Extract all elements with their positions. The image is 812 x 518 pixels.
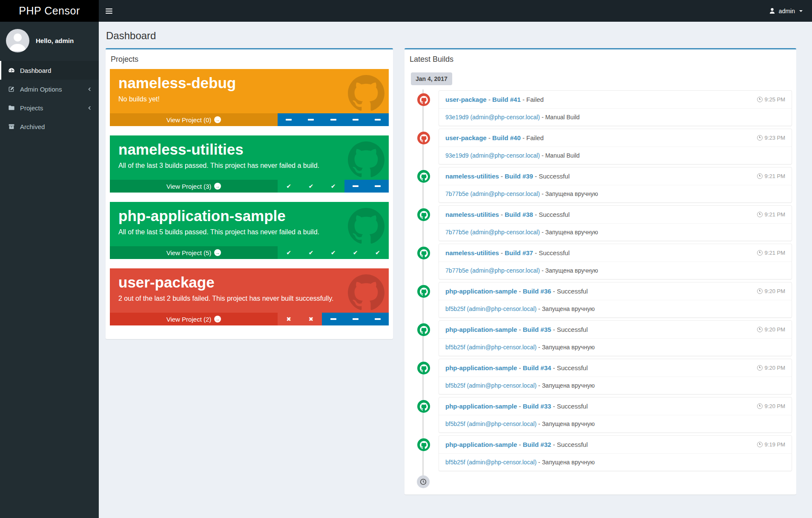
build-history-item-none[interactable] [367, 313, 389, 325]
build-time-text: 9:20 PM [765, 365, 785, 371]
sidebar-item-dashboard[interactable]: Dashboard [0, 61, 99, 80]
build-status-text: - Successful [533, 211, 570, 218]
build-link[interactable]: Build #35 [523, 326, 551, 333]
commit-link[interactable]: bf5b25f (admin@php-censor.local) [445, 420, 537, 427]
project-title[interactable]: php-application-sample [118, 207, 380, 224]
project-link[interactable]: nameless-utilities [445, 249, 499, 256]
app-logo[interactable]: PHP Censor [0, 0, 99, 22]
build-history-item-none[interactable] [322, 313, 344, 325]
latest-builds-panel: Latest Builds Jan 4, 2017 user-package -… [405, 48, 796, 495]
build-link[interactable]: Build #41 [492, 96, 521, 103]
build-status-icon [417, 400, 430, 413]
project-link[interactable]: php-application-sample [445, 288, 517, 295]
build-history-item-ok[interactable]: ✔ [344, 246, 367, 259]
build-note: - Запущена вручную [540, 229, 598, 236]
dash-icon [330, 119, 336, 121]
clock-icon [757, 288, 763, 294]
build-entry-body: 93e19d9 (admin@php-censor.local) - Manua… [439, 147, 792, 164]
sidebar-item-admin-options[interactable]: Admin Options [0, 80, 99, 98]
build-history-item-none[interactable] [322, 113, 344, 126]
check-icon: ✔ [353, 250, 358, 256]
build-entry-body: bf5b25f (admin@php-censor.local) - Запущ… [439, 339, 792, 356]
build-link[interactable]: Build #32 [523, 441, 551, 448]
build-entry-title: php-application-sample - Build #36 - Suc… [445, 288, 588, 295]
project-title[interactable]: nameless-utilities [118, 141, 380, 158]
clock-icon [757, 442, 763, 447]
commit-link[interactable]: bf5b25f (admin@php-censor.local) [445, 344, 537, 351]
separator: - [499, 249, 505, 256]
build-history-item-ok[interactable]: ✔ [278, 180, 300, 193]
folder-icon [8, 104, 15, 111]
project-title[interactable]: user-package [118, 274, 380, 291]
commit-link[interactable]: 93e19d9 (admin@php-censor.local) [445, 152, 540, 159]
build-history-item-none[interactable] [300, 113, 322, 126]
build-history-item-ok[interactable]: ✔ [322, 180, 344, 193]
view-project-button[interactable]: View Project (3) → [110, 180, 278, 193]
build-time: 9:20 PM [757, 326, 785, 333]
build-link[interactable]: Build #38 [505, 211, 533, 218]
build-history-item-none[interactable] [344, 313, 367, 325]
sidebar-toggle-button[interactable] [99, 0, 119, 22]
project-card: nameless-debug No builds yet! View Proje… [110, 69, 389, 126]
view-project-label: View Project (2) [166, 316, 212, 323]
build-history-item-none[interactable] [367, 180, 389, 193]
commit-link[interactable]: bf5b25f (admin@php-censor.local) [445, 305, 537, 312]
build-link[interactable]: Build #36 [523, 288, 551, 295]
build-status-text: - Successful [551, 364, 588, 371]
build-link[interactable]: Build #33 [523, 403, 551, 410]
build-link[interactable]: Build #37 [505, 249, 533, 256]
sidebar-item-projects[interactable]: Projects [0, 98, 99, 117]
commit-link[interactable]: 93e19d9 (admin@php-censor.local) [445, 114, 540, 121]
build-history-item-none[interactable] [344, 180, 367, 193]
build-entry: user-package - Build #41 - Failed 9:25 P… [439, 90, 792, 126]
build-history-item-ok[interactable]: ✔ [367, 246, 389, 259]
view-project-button[interactable]: View Project (2) → [110, 313, 278, 325]
build-link[interactable]: Build #40 [492, 134, 521, 141]
commit-link[interactable]: bf5b25f (admin@php-censor.local) [445, 459, 537, 466]
project-link[interactable]: php-application-sample [445, 403, 517, 410]
build-time-text: 9:20 PM [765, 288, 785, 294]
build-history-item-fail[interactable]: ✖ [300, 313, 322, 325]
build-history-item-ok[interactable]: ✔ [300, 246, 322, 259]
build-note: - Запущена вручную [537, 305, 594, 312]
build-history: ✔✔✔✔✔ [278, 246, 389, 259]
project-link[interactable]: user-package [445, 96, 487, 103]
sidebar-user-panel: Hello, admin [0, 22, 99, 61]
project-link[interactable]: php-application-sample [445, 441, 517, 448]
build-history-item-none[interactable] [344, 113, 367, 126]
build-history-item-ok[interactable]: ✔ [322, 246, 344, 259]
project-link[interactable]: user-package [445, 134, 487, 141]
build-history-item-fail[interactable]: ✖ [278, 313, 300, 325]
project-link[interactable]: nameless-utilities [445, 211, 499, 218]
build-status-text: - Successful [551, 403, 588, 410]
commit-link[interactable]: 7b77b5e (admin@php-censor.local) [445, 267, 540, 274]
build-history-item-none[interactable] [367, 113, 389, 126]
build-entry: php-application-sample - Build #36 - Suc… [439, 282, 792, 318]
project-link[interactable]: php-application-sample [445, 326, 517, 333]
projects-list: nameless-debug No builds yet! View Proje… [106, 69, 393, 339]
sidebar-item-label: Archived [20, 123, 45, 130]
build-note: - Запущена вручную [540, 267, 598, 274]
build-entry-title: nameless-utilities - Build #37 - Success… [445, 249, 570, 256]
build-history-item-ok[interactable]: ✔ [300, 180, 322, 193]
build-time-text: 9:20 PM [765, 403, 785, 409]
commit-link[interactable]: 7b77b5e (admin@php-censor.local) [445, 190, 540, 197]
clock-icon [757, 365, 763, 371]
build-note: - Запущена вручную [537, 344, 594, 351]
build-link[interactable]: Build #34 [523, 364, 551, 371]
view-project-button[interactable]: View Project (0) → [110, 113, 278, 126]
user-menu[interactable]: admin [760, 0, 812, 22]
project-link[interactable]: nameless-utilities [445, 173, 499, 180]
build-history-item-none[interactable] [278, 113, 300, 126]
build-history-item-ok[interactable]: ✔ [278, 246, 300, 259]
project-link[interactable]: php-application-sample [445, 364, 517, 371]
view-project-button[interactable]: View Project (5) → [110, 246, 278, 259]
commit-link[interactable]: 7b77b5e (admin@php-censor.local) [445, 229, 540, 236]
project-title[interactable]: nameless-debug [118, 75, 380, 92]
build-entry-header: nameless-utilities - Build #39 - Success… [439, 167, 792, 185]
sidebar-item-archived[interactable]: Archived [0, 117, 99, 136]
build-link[interactable]: Build #39 [505, 173, 533, 180]
commit-link[interactable]: bf5b25f (admin@php-censor.local) [445, 382, 537, 389]
chevron-left-icon [87, 106, 92, 110]
build-note: - Manual Build [540, 114, 580, 121]
